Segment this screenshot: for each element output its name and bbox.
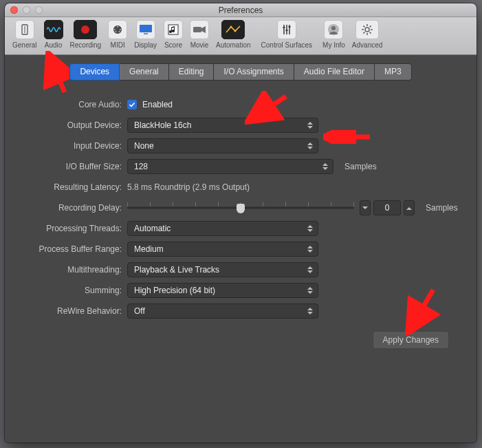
svg-line-29 xyxy=(370,32,371,34)
output-device-value: BlackHole 16ch xyxy=(134,120,191,130)
toolbar-item-advanced[interactable]: Advanced xyxy=(349,19,386,54)
tab-io-assignments[interactable]: I/O Assignments xyxy=(213,63,294,81)
row-recording-delay: Recording Delay: 0 Samples xyxy=(14,198,476,218)
processing-threads-select[interactable]: Automatic xyxy=(127,221,318,236)
svg-point-22 xyxy=(331,26,336,30)
row-output-device: Output Device: BlackHole 16ch xyxy=(14,115,476,136)
toolbar-label: Automation xyxy=(216,41,251,49)
window-title: Preferences xyxy=(219,6,263,15)
io-buffer-unit: Samples xyxy=(344,162,377,171)
row-core-audio: Core Audio: Enabled xyxy=(14,94,476,115)
toolbar-item-myinfo[interactable]: My Info xyxy=(319,19,349,54)
midi-icon xyxy=(108,20,127,39)
automation-icon xyxy=(221,20,245,39)
label-rewire-behavior: ReWire Behavior: xyxy=(14,306,127,316)
tab-audio-file-editor[interactable]: Audio File Editor xyxy=(294,63,375,81)
recording-delay-unit: Samples xyxy=(426,203,458,213)
process-buffer-range-value: Medium xyxy=(134,244,164,254)
row-summing: Summing: High Precision (64 bit) xyxy=(14,280,476,301)
svg-rect-19 xyxy=(285,30,287,31)
row-processing-threads: Processing Threads: Automatic xyxy=(14,218,476,239)
recording-delay-slider[interactable] xyxy=(127,200,354,215)
svg-rect-9 xyxy=(140,25,152,32)
toolbar-label: Display xyxy=(134,41,157,49)
toolbar-label: Score xyxy=(164,41,182,49)
svg-rect-10 xyxy=(144,33,148,34)
tab-editing[interactable]: Editing xyxy=(168,63,215,81)
chevron-updown-icon xyxy=(305,245,315,253)
traffic-lights xyxy=(10,6,43,14)
tabs: Devices General Editing I/O Assignments … xyxy=(5,63,476,81)
multithreading-select[interactable]: Playback & Live Tracks xyxy=(127,262,318,277)
toolbar: General Audio Recording MIDI Display xyxy=(5,17,476,55)
devices-form: Core Audio: Enabled Output Device: Black… xyxy=(5,94,476,321)
record-icon xyxy=(74,20,97,39)
titlebar: Preferences xyxy=(5,3,476,17)
minimize-icon[interactable] xyxy=(23,6,30,14)
tab-general[interactable]: General xyxy=(119,63,169,81)
svg-rect-18 xyxy=(283,27,285,28)
zoom-icon[interactable] xyxy=(35,6,43,14)
toolbar-item-recording[interactable]: Recording xyxy=(67,19,105,54)
label-input-device: Input Device: xyxy=(14,141,127,151)
input-device-select[interactable]: None xyxy=(127,138,318,153)
content-area: Devices General Editing I/O Assignments … xyxy=(5,55,476,442)
output-device-select[interactable]: BlackHole 16ch xyxy=(127,118,318,133)
svg-point-6 xyxy=(120,29,121,30)
chevron-updown-icon xyxy=(320,162,330,171)
rewire-select[interactable]: Off xyxy=(127,303,318,319)
svg-point-23 xyxy=(365,28,369,32)
label-summing: Summing: xyxy=(14,286,127,295)
row-input-device: Input Device: None xyxy=(14,136,476,156)
rewire-value: Off xyxy=(134,306,145,316)
recording-delay-stepper: 0 xyxy=(360,200,415,215)
process-buffer-range-select[interactable]: Medium xyxy=(127,242,318,257)
close-icon[interactable] xyxy=(10,6,18,14)
io-buffer-select[interactable]: 128 xyxy=(127,159,333,174)
svg-point-5 xyxy=(114,29,116,30)
svg-line-31 xyxy=(363,32,364,34)
svg-line-28 xyxy=(363,25,364,27)
toolbar-item-general[interactable]: General xyxy=(9,19,41,54)
row-rewire-behavior: ReWire Behavior: Off xyxy=(14,301,476,321)
recording-delay-value[interactable]: 0 xyxy=(373,200,401,215)
toolbar-item-audio[interactable]: Audio xyxy=(41,19,67,54)
summing-value: High Precision (64 bit) xyxy=(134,286,215,295)
step-up-button[interactable] xyxy=(404,200,415,215)
core-audio-checkbox[interactable] xyxy=(127,100,137,109)
sliders-icon xyxy=(15,20,34,39)
core-audio-enabled-text: Enabled xyxy=(142,100,173,109)
tab-devices[interactable]: Devices xyxy=(69,63,120,81)
chevron-updown-icon xyxy=(305,224,315,233)
row-resulting-latency: Resulting Latency: 5.8 ms Roundtrip (2.9… xyxy=(14,177,476,198)
chevron-updown-icon xyxy=(305,121,315,129)
svg-point-13 xyxy=(230,26,232,28)
summing-select[interactable]: High Precision (64 bit) xyxy=(127,283,318,298)
step-down-button[interactable] xyxy=(360,200,371,215)
chevron-updown-icon xyxy=(305,266,315,274)
apply-changes-button[interactable]: Apply Changes xyxy=(373,331,449,349)
toolbar-item-score[interactable]: Score xyxy=(160,19,186,54)
toolbar-item-automation[interactable]: Automation xyxy=(212,19,254,54)
label-resulting-latency: Resulting Latency: xyxy=(14,182,127,192)
toolbar-item-movie[interactable]: Movie xyxy=(186,19,212,54)
slider-thumb[interactable] xyxy=(237,204,245,213)
toolbar-label: MIDI xyxy=(111,41,125,49)
label-io-buffer: I/O Buffer Size: xyxy=(14,162,127,171)
svg-point-4 xyxy=(117,26,118,28)
svg-rect-11 xyxy=(168,25,178,34)
toolbar-item-display[interactable]: Display xyxy=(131,19,160,54)
row-process-buffer-range: Process Buffer Range: Medium xyxy=(14,239,476,259)
label-process-buffer-range: Process Buffer Range: xyxy=(14,244,127,254)
toolbar-label: My Info xyxy=(322,41,345,49)
tab-mp3[interactable]: MP3 xyxy=(374,63,412,81)
svg-point-8 xyxy=(119,31,120,32)
toolbar-item-midi[interactable]: MIDI xyxy=(105,19,131,54)
toolbar-label: Audio xyxy=(45,41,63,49)
faders-icon xyxy=(277,20,296,39)
toolbar-item-control-surfaces[interactable]: Control Surfaces xyxy=(254,19,319,54)
person-icon xyxy=(324,20,343,39)
display-icon xyxy=(136,20,155,39)
chevron-updown-icon xyxy=(305,142,315,150)
waveform-icon xyxy=(44,20,63,39)
